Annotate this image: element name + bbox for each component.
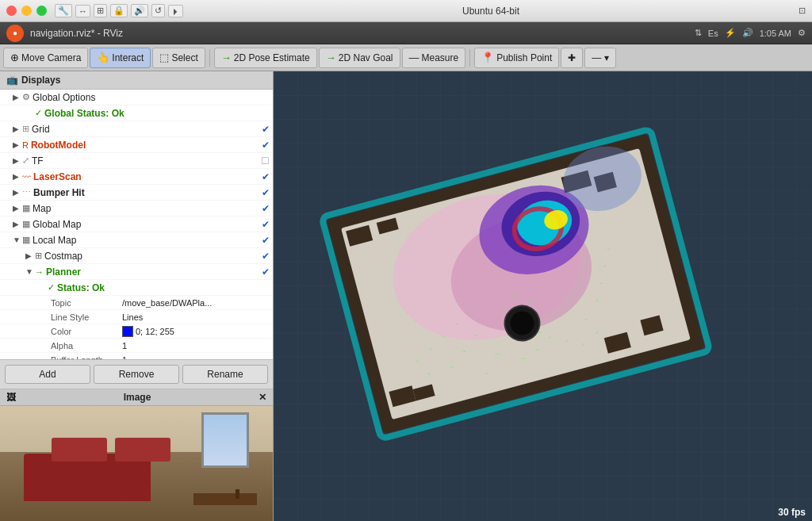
add-tool-button[interactable]: ✚	[561, 48, 583, 68]
icon-local-map: ▦	[22, 235, 30, 245]
main-toolbar: ⊕ Move Camera 👆 Interact ⬚ Select → 2D P…	[0, 44, 812, 71]
tool-options-icon: — ▾	[592, 52, 608, 63]
tree-item-global-options[interactable]: ▶ ⚙ Global Options	[0, 90, 273, 105]
tree-item-grid[interactable]: ▶ ⊞ Grid ✔	[0, 121, 273, 137]
viz-panel[interactable]: → → → → → → → → → → → → → → → → →	[274, 71, 812, 521]
image-panel-close[interactable]: ✕	[259, 392, 266, 403]
icon-laser-scan: 〰	[22, 172, 31, 182]
settings-icon[interactable]: ⚙	[798, 28, 806, 38]
checkbox-local-map[interactable]: ✔	[254, 235, 270, 246]
displays-footer: Add Remove Rename	[0, 359, 273, 389]
add-button[interactable]: Add	[5, 365, 90, 384]
label-grid: Grid	[32, 124, 254, 135]
checkbox-planner[interactable]: ✔	[254, 266, 270, 278]
label-global-status: Global Status: Ok	[44, 108, 270, 119]
ubuntu-logo[interactable]: ●	[6, 25, 24, 42]
select-button[interactable]: ⬚ Select	[152, 48, 205, 68]
label-local-map: Local Map	[33, 235, 254, 246]
prop-topic-label: Topic	[51, 298, 122, 308]
label-planner-status: Status: Ok	[57, 282, 270, 293]
nav-goal-button[interactable]: → 2D Nav Goal	[319, 48, 400, 68]
label-costmap: Costmap	[44, 251, 254, 262]
arrow-global-options[interactable]: ▶	[13, 93, 21, 102]
label-tf: TF	[32, 155, 254, 167]
room-table	[193, 493, 257, 505]
prop-alpha: Alpha 1	[0, 339, 273, 353]
arrow-laser-scan[interactable]: ▶	[13, 172, 21, 181]
arrow-robot-model[interactable]: ▶	[13, 140, 21, 149]
arrow-bumper-hit[interactable]: ▶	[13, 188, 21, 197]
arrow-local-map[interactable]: ▼	[13, 236, 21, 244]
tree-item-robot-model[interactable]: ▶ R RobotModel ✔	[0, 137, 273, 153]
tree-item-global-map[interactable]: ▶ ▦ Global Map ✔	[0, 216, 273, 232]
toolbar-icon-5[interactable]: 🔊	[131, 4, 148, 17]
svg-text:→: →	[494, 350, 501, 358]
arrow-planner[interactable]: ▼	[25, 267, 33, 276]
tree-item-planner-status[interactable]: ▶ ✓ Status: Ok	[0, 280, 273, 296]
arrow-tf[interactable]: ▶	[13, 156, 21, 165]
toolbar-icon-1[interactable]: 🔧	[55, 4, 72, 17]
prop-line-style-label: Line Style	[51, 312, 122, 322]
toolbar-icon-2[interactable]: ↔	[75, 5, 90, 17]
prop-alpha-label: Alpha	[51, 341, 122, 351]
checkbox-tf[interactable]: ☐	[254, 155, 270, 167]
measure-button[interactable]: — Measure	[402, 48, 466, 68]
window-controls[interactable]	[6, 6, 47, 16]
prop-color-value: 0; 12; 255	[136, 327, 270, 336]
tree-item-planner[interactable]: ▼ → Planner ✔	[0, 264, 273, 280]
app-title: navigation.rviz* - RViz	[30, 28, 695, 39]
checkbox-global-map[interactable]: ✔	[254, 219, 270, 230]
title-bar-right: ⊡	[799, 6, 806, 16]
checkbox-costmap[interactable]: ✔	[254, 251, 270, 262]
left-panel: 📺 Displays ▶ ⚙ Global Options ▶ ✓ Global…	[0, 71, 274, 521]
table-leg	[236, 489, 239, 499]
arrow-global-map[interactable]: ▶	[13, 220, 21, 228]
close-button[interactable]	[6, 6, 17, 16]
toolbar-icon-7[interactable]: ⏵	[168, 5, 183, 17]
svg-text:→: →	[498, 304, 505, 312]
arrow-map[interactable]: ▶	[13, 204, 21, 213]
pose-estimate-button[interactable]: → 2D Pose Estimate	[214, 48, 317, 68]
maximize-button[interactable]	[36, 6, 47, 16]
icon-grid: ⊞	[22, 124, 29, 134]
label-planner: Planner	[46, 266, 254, 278]
tool-options-button[interactable]: — ▾	[584, 48, 615, 68]
move-camera-button[interactable]: ⊕ Move Camera	[3, 48, 88, 68]
tree-item-laser-scan[interactable]: ▶ 〰 LaserScan ✔	[0, 169, 273, 185]
tree-item-tf[interactable]: ▶ ⤢ TF ☐	[0, 153, 273, 169]
prop-topic-value: /move_base/DWAPla...	[122, 298, 270, 308]
interact-icon: 👆	[97, 52, 109, 63]
checkbox-laser-scan[interactable]: ✔	[254, 171, 270, 182]
measure-icon: —	[409, 52, 419, 63]
checkbox-robot-model[interactable]: ✔	[254, 140, 270, 151]
tree-item-map[interactable]: ▶ ▦ Map ✔	[0, 201, 273, 216]
label-laser-scan: LaserScan	[33, 171, 254, 182]
nav-goal-icon: →	[326, 52, 336, 63]
arrow-costmap[interactable]: ▶	[25, 251, 33, 260]
svg-text:→: →	[604, 245, 611, 253]
minimize-button[interactable]	[21, 6, 32, 16]
pose-estimate-icon: →	[221, 52, 232, 63]
tree-item-local-map[interactable]: ▼ ▦ Local Map ✔	[0, 232, 273, 248]
resize-icon[interactable]: ⊡	[799, 6, 806, 16]
tree-item-global-status[interactable]: ▶ ✓ Global Status: Ok	[0, 105, 273, 121]
label-robot-model: RobotModel	[31, 140, 254, 151]
svg-text:→: →	[482, 370, 489, 377]
checkbox-grid[interactable]: ✔	[254, 124, 270, 135]
toolbar-icon-6[interactable]: ↺	[151, 4, 165, 17]
tree-item-costmap[interactable]: ▶ ⊞ Costmap ✔	[0, 248, 273, 264]
move-camera-icon: ⊕	[10, 52, 19, 63]
remove-button[interactable]: Remove	[94, 365, 179, 384]
icon-robot-model: R	[22, 140, 29, 150]
system-tray: ⇅ Es ⚡ 🔊 1:05 AM ⚙	[695, 28, 806, 38]
toolbar-icon-4[interactable]: 🔒	[110, 4, 128, 17]
checkbox-map[interactable]: ✔	[254, 203, 270, 214]
interact-button[interactable]: 👆 Interact	[90, 48, 151, 68]
rename-button[interactable]: Rename	[182, 365, 268, 384]
checkbox-bumper-hit[interactable]: ✔	[254, 187, 270, 198]
arrow-grid[interactable]: ▶	[13, 125, 21, 133]
svg-text:→: →	[466, 308, 473, 315]
publish-point-button[interactable]: 📍 Publish Point	[474, 48, 559, 68]
tree-item-bumper-hit[interactable]: ▶ ⋯ Bumper Hit ✔	[0, 185, 273, 201]
toolbar-icon-3[interactable]: ⊞	[94, 4, 107, 17]
